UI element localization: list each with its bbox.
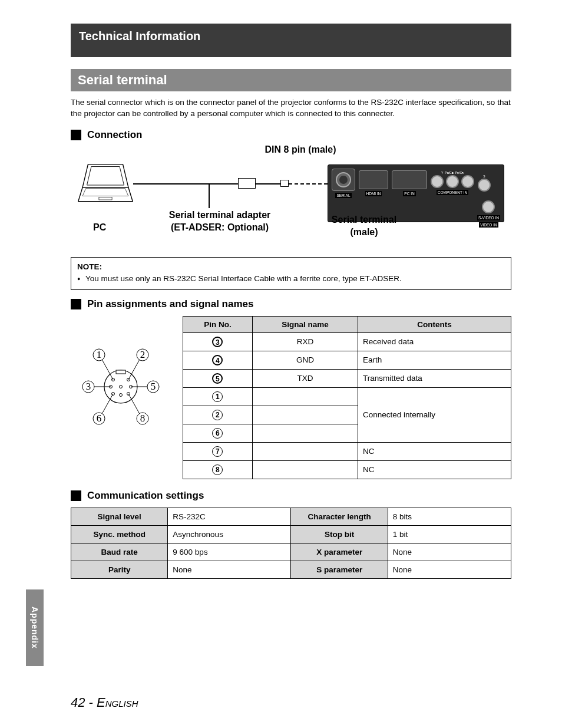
label-serial-terminal: Serial terminal (male)	[311, 214, 417, 239]
th-signal: Signal name	[252, 316, 358, 332]
contents-cell: Earth	[358, 351, 511, 369]
label-adapter: Serial terminal adapter (ET-ADSER: Optio…	[152, 209, 287, 234]
pin-diagram: 1 2 3 5 6 8	[71, 334, 171, 440]
signal-cell	[252, 424, 358, 442]
svg-line-15	[101, 358, 113, 380]
th-contents: Contents	[358, 316, 511, 332]
svg-line-20	[128, 394, 140, 415]
svg-text:6: 6	[97, 413, 102, 424]
svg-text:8: 8	[140, 413, 146, 424]
port-label-hdmi: HDMI IN	[365, 191, 382, 196]
signal-cell	[252, 442, 358, 460]
pin-num: 6	[212, 428, 223, 439]
label-y: Y	[441, 171, 443, 174]
signal-cell: TXD	[252, 369, 358, 387]
subheading-comm: Communication settings	[71, 490, 511, 502]
comm-label: Signal level	[71, 508, 168, 525]
pin-num: 8	[212, 465, 223, 475]
label-serial-terminal-l2: (male)	[311, 226, 417, 239]
pin-num: 7	[212, 446, 223, 457]
signal-cell	[252, 387, 358, 406]
signal-cell	[252, 406, 358, 424]
appendix-tab: Appendix	[26, 589, 44, 666]
page-header: Technical Information	[71, 24, 511, 57]
contents-cell: Received data	[358, 332, 511, 351]
page-footer: 42 - English	[71, 695, 138, 710]
subheading-pins: Pin assignments and signal names	[71, 298, 511, 310]
comm-value: None	[168, 561, 291, 578]
comm-label: Sync. method	[71, 525, 168, 543]
signal-cell	[252, 460, 358, 479]
comm-label: X parameter	[291, 543, 388, 561]
contents-cell: Connected internally	[358, 387, 511, 442]
pin-num: 4	[212, 355, 223, 365]
svg-marker-1	[87, 166, 124, 185]
label-s: S	[483, 174, 485, 178]
page-number: 42	[71, 695, 85, 710]
intro-paragraph: The serial connector which is on the con…	[71, 97, 511, 120]
table-row: Signal level RS-232C Character length 8 …	[71, 508, 511, 525]
table-row: 1 Connected internally	[183, 387, 511, 406]
contents-cell: NC	[358, 460, 511, 479]
label-adapter-l1: Serial terminal adapter	[152, 209, 287, 222]
comm-value: Asynchronous	[168, 525, 291, 543]
label-adapter-l2: (ET-ADSER: Optional)	[152, 222, 287, 234]
laptop-icon	[78, 163, 133, 207]
label-pr: Pʀ/Cʀ	[455, 171, 464, 174]
table-row: Parity None S parameter None	[71, 561, 511, 578]
comm-value: 8 bits	[388, 508, 511, 525]
label-din: DIN 8 pin (male)	[247, 144, 353, 155]
connection-diagram: DIN 8 pin (male) SERIAL	[71, 147, 511, 250]
subheading-connection: Connection	[71, 129, 511, 141]
comm-value: RS-232C	[168, 508, 291, 525]
pin-num: 2	[212, 410, 223, 420]
svg-rect-4	[99, 197, 112, 200]
note-box: NOTE: You must use only an RS-232C Seria…	[71, 257, 511, 290]
label-pc: PC	[93, 222, 106, 233]
label-serial-terminal-l1: Serial terminal	[311, 214, 417, 226]
comm-value: None	[388, 561, 511, 578]
comm-label: Parity	[71, 561, 168, 578]
signal-cell: RXD	[252, 332, 358, 351]
comm-label: S parameter	[291, 561, 388, 578]
comm-label: Baud rate	[71, 543, 168, 561]
svg-line-19	[101, 394, 113, 415]
pin-num: 5	[212, 373, 223, 384]
table-row: Sync. method Asynchronous Stop bit 1 bit	[71, 525, 511, 543]
table-row: 8 NC	[183, 460, 511, 479]
port-label-svideo: S-VIDEO IN	[477, 215, 500, 220]
subheading-connection-text: Connection	[87, 129, 143, 141]
port-label-component: COMPONENT IN	[437, 190, 468, 195]
note-title: NOTE:	[77, 262, 505, 271]
comm-label: Stop bit	[291, 525, 388, 543]
label-pb: Pʙ/Cʙ	[445, 171, 453, 174]
table-row: 5 TXD Transmitted data	[183, 369, 511, 387]
svg-text:3: 3	[86, 381, 91, 392]
note-item: You must use only an RS-232C Serial Inte…	[77, 274, 505, 285]
section-title: Serial terminal	[71, 69, 511, 91]
footer-lang: English	[97, 695, 138, 710]
pin-table: Pin No. Signal name Contents 3 RXD Recei…	[183, 316, 511, 479]
contents-cell: NC	[358, 442, 511, 460]
svg-text:1: 1	[97, 349, 102, 360]
table-row: Baud rate 9 600 bps X parameter None	[71, 543, 511, 561]
pin-num: 3	[212, 337, 223, 347]
pin-num: 1	[212, 391, 223, 402]
svg-text:2: 2	[140, 349, 146, 360]
contents-cell: Transmitted data	[358, 369, 511, 387]
th-pin: Pin No.	[183, 316, 253, 332]
port-label-pcin: PC IN	[403, 191, 415, 196]
table-row: 7 NC	[183, 442, 511, 460]
comm-value: 1 bit	[388, 525, 511, 543]
signal-cell: GND	[252, 351, 358, 369]
subheading-pins-text: Pin assignments and signal names	[87, 298, 253, 310]
footer-sep: -	[85, 695, 97, 710]
port-label-video: VIDEO IN	[479, 222, 498, 228]
comm-label: Character length	[291, 508, 388, 525]
svg-rect-6	[116, 370, 125, 374]
svg-text:5: 5	[151, 381, 156, 392]
port-label-serial: SERIAL	[335, 193, 351, 198]
svg-marker-3	[82, 188, 128, 196]
table-row: 3 RXD Received data	[183, 332, 511, 351]
comm-value: 9 600 bps	[168, 543, 291, 561]
